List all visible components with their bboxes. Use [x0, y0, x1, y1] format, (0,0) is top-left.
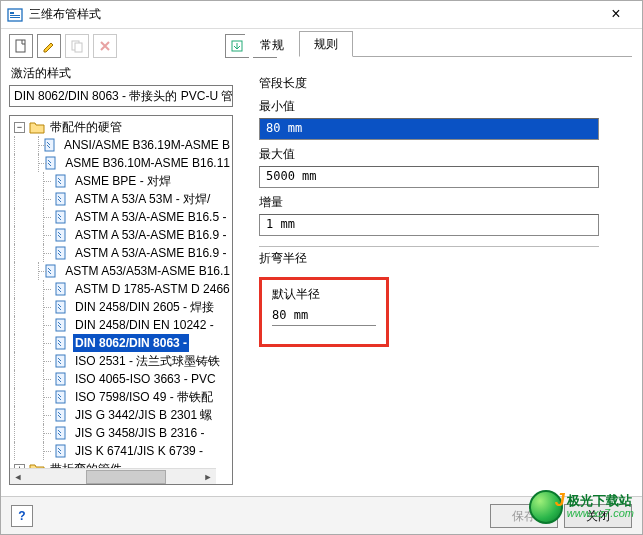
tree-item[interactable]: DIN 2458/DIN EN 10242 -: [14, 316, 232, 334]
tree-item-label: ISO 4065-ISO 3663 - PVC: [73, 370, 218, 388]
divider: [259, 246, 599, 247]
tree-item[interactable]: ASTM A 53/A-ASME B16.9 -: [14, 226, 232, 244]
tree-item[interactable]: ASTM A 53/A-ASME B16.9 -: [14, 244, 232, 262]
tree-root[interactable]: −带配件的硬管: [14, 118, 232, 136]
h-scrollbar[interactable]: ◄ ►: [10, 468, 216, 484]
min-label: 最小值: [259, 98, 622, 115]
pipe-style-icon: [54, 372, 70, 386]
pipe-style-icon: [54, 390, 70, 404]
tree-item[interactable]: DIN 2458/DIN 2605 - 焊接: [14, 298, 232, 316]
pipe-style-icon: [54, 444, 70, 458]
pipe-style-icon: [54, 192, 70, 206]
pipe-style-icon: [54, 300, 70, 314]
delete-button[interactable]: [93, 34, 117, 58]
active-style-label: 激活的样式: [11, 65, 233, 82]
min-input[interactable]: 80 mm: [259, 118, 599, 140]
tree-item-label: DIN 2458/DIN 2605 - 焊接: [73, 298, 216, 316]
folder-icon: [29, 120, 45, 134]
pipe-style-icon: [54, 282, 70, 296]
pipe-style-icon: [54, 318, 70, 332]
right-panel: 常规 规则 管段长度 最小值 80 mm 最大值 5000 mm 增量 1 mm…: [241, 63, 642, 493]
max-label: 最大值: [259, 146, 622, 163]
footer: ? 保存 关闭: [1, 496, 642, 534]
tab-general[interactable]: 常规: [245, 32, 299, 57]
tree-container: −带配件的硬管ANSI/ASME B36.19M-ASME BASME B36.…: [9, 115, 233, 485]
tree-item[interactable]: ASTM A53/A53M-ASME B16.1: [14, 262, 232, 280]
tree-item[interactable]: ASME BPE - 对焊: [14, 172, 232, 190]
increment-label: 增量: [259, 194, 622, 211]
tree-item-label: DIN 8062/DIN 8063 -: [73, 334, 189, 352]
svg-rect-4: [16, 40, 25, 52]
tree-item[interactable]: ASTM A 53/A 53M - 对焊/: [14, 190, 232, 208]
tree-item-label: ASTM A 53/A-ASME B16.9 -: [73, 244, 228, 262]
tree-item-label: ASME B36.10M-ASME B16.11: [63, 154, 232, 172]
tree-item[interactable]: ISO 4065-ISO 3663 - PVC: [14, 370, 232, 388]
rules-panel: 管段长度 最小值 80 mm 最大值 5000 mm 增量 1 mm 折弯半径 …: [245, 65, 632, 357]
tree-item-label: DIN 2458/DIN EN 10242 -: [73, 316, 216, 334]
tree-item[interactable]: ASTM A 53/A-ASME B16.5 -: [14, 208, 232, 226]
tab-bar: 常规 规则: [245, 33, 632, 57]
pipe-style-icon: [54, 174, 70, 188]
tree-item[interactable]: JIS K 6741/JIS K 6739 -: [14, 442, 232, 460]
edit-button[interactable]: [37, 34, 61, 58]
scroll-left-icon[interactable]: ◄: [10, 470, 26, 484]
tree-item[interactable]: ANSI/ASME B36.19M-ASME B: [14, 136, 232, 154]
bend-radius-label: 折弯半径: [259, 250, 313, 267]
close-icon[interactable]: ×: [596, 2, 636, 28]
active-style-combo[interactable]: DIN 8062/DIN 8063 - 带接头的 PVC-U 管 ▼: [9, 85, 233, 107]
help-button[interactable]: ?: [11, 505, 33, 527]
pipe-style-icon: [54, 354, 70, 368]
scroll-right-icon[interactable]: ►: [200, 470, 216, 484]
svg-rect-6: [75, 43, 82, 52]
tree-item-label: ASTM A53/A53M-ASME B16.1: [63, 262, 232, 280]
tree-item-label: ASTM A 53/A 53M - 对焊/: [73, 190, 212, 208]
combo-value: DIN 8062/DIN 8063 - 带接头的 PVC-U 管: [14, 88, 233, 105]
default-radius-input[interactable]: 80 mm: [272, 306, 376, 326]
tree-item-label: ASTM D 1785-ASTM D 2466: [73, 280, 232, 298]
app-icon: [7, 7, 23, 23]
pipe-style-icon: [44, 156, 60, 170]
window-title: 三维布管样式: [29, 6, 596, 23]
svg-rect-3: [10, 17, 20, 18]
tree-item[interactable]: ASTM D 1785-ASTM D 2466: [14, 280, 232, 298]
collapse-icon[interactable]: −: [14, 122, 25, 133]
tree-item[interactable]: ISO 7598/ISO 49 - 带铁配: [14, 388, 232, 406]
tree-item-label: ASME BPE - 对焊: [73, 172, 173, 190]
save-button[interactable]: 保存: [490, 504, 558, 528]
pipe-style-icon: [54, 246, 70, 260]
svg-rect-1: [10, 12, 14, 14]
tree-item[interactable]: ASME B36.10M-ASME B16.11: [14, 154, 232, 172]
pipe-style-icon: [54, 228, 70, 242]
scroll-thumb[interactable]: [86, 470, 166, 484]
style-tree[interactable]: −带配件的硬管ANSI/ASME B36.19M-ASME BASME B36.…: [10, 116, 232, 484]
tree-item-label: JIS G 3442/JIS B 2301 螺: [73, 406, 214, 424]
pipe-style-icon: [54, 336, 70, 350]
tree-item-label: ANSI/ASME B36.19M-ASME B: [62, 136, 232, 154]
tab-rules[interactable]: 规则: [299, 31, 353, 57]
increment-input[interactable]: 1 mm: [259, 214, 599, 236]
tree-item[interactable]: JIS G 3458/JIS B 2316 -: [14, 424, 232, 442]
tree-item[interactable]: ISO 2531 - 法兰式球墨铸铁: [14, 352, 232, 370]
left-panel: 激活的样式 DIN 8062/DIN 8063 - 带接头的 PVC-U 管 ▼…: [1, 63, 241, 493]
pipe-style-icon: [54, 408, 70, 422]
highlight-box: 默认半径 80 mm: [259, 277, 389, 347]
segment-length-label: 管段长度: [259, 75, 622, 92]
tree-label: 带配件的硬管: [48, 118, 124, 136]
pipe-style-icon: [54, 426, 70, 440]
tree-item[interactable]: DIN 8062/DIN 8063 -: [14, 334, 232, 352]
svg-rect-2: [10, 15, 20, 16]
tree-item-label: ASTM A 53/A-ASME B16.9 -: [73, 226, 228, 244]
tree-item-label: ISO 2531 - 法兰式球墨铸铁: [73, 352, 222, 370]
pipe-style-icon: [54, 210, 70, 224]
titlebar: 三维布管样式 ×: [1, 1, 642, 29]
copy-button[interactable]: [65, 34, 89, 58]
tree-item-label: JIS K 6741/JIS K 6739 -: [73, 442, 205, 460]
tree-item-label: JIS G 3458/JIS B 2316 -: [73, 424, 206, 442]
tree-item[interactable]: JIS G 3442/JIS B 2301 螺: [14, 406, 232, 424]
new-button[interactable]: [9, 34, 33, 58]
pipe-style-icon: [44, 264, 60, 278]
max-input[interactable]: 5000 mm: [259, 166, 599, 188]
close-button[interactable]: 关闭: [564, 504, 632, 528]
tree-item-label: ISO 7598/ISO 49 - 带铁配: [73, 388, 215, 406]
tree-item-label: ASTM A 53/A-ASME B16.5 -: [73, 208, 228, 226]
